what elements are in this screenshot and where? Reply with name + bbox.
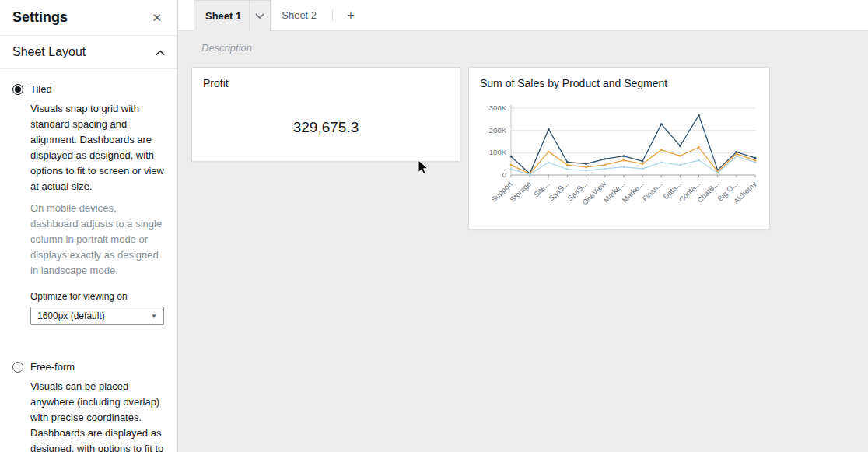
svg-text:200K: 200K: [489, 126, 507, 135]
chevron-down-icon: ▼: [151, 313, 157, 320]
freeform-radio[interactable]: Free-form: [12, 361, 165, 373]
tab-sheet-1-label: Sheet 1: [205, 10, 249, 22]
close-icon[interactable]: ✕: [149, 10, 165, 25]
main-area: Sheet 1 Sheet 2 + Description Profit 329…: [178, 0, 868, 452]
freeform-radio-label: Free-form: [30, 361, 75, 373]
dashboard-canvas: Description Profit 329,675.3 Sum of Sale…: [178, 31, 868, 452]
radio-unselected-icon: [12, 362, 23, 373]
profit-visual[interactable]: Profit 329,675.3: [191, 67, 460, 162]
svg-text:Storage: Storage: [508, 180, 532, 204]
chevron-up-icon: [156, 45, 165, 59]
chevron-down-icon[interactable]: [249, 1, 270, 31]
svg-text:SaaS...: SaaS...: [547, 180, 570, 203]
radio-selected-icon: [12, 84, 23, 95]
viewport-select-value: 1600px (default): [37, 310, 105, 321]
settings-panel-header: Settings ✕: [0, 0, 177, 36]
add-sheet-button[interactable]: +: [338, 0, 364, 30]
svg-text:300K: 300K: [489, 103, 507, 112]
optimize-label: Optimize for viewing on: [30, 291, 165, 302]
section-title: Sheet Layout: [12, 45, 86, 59]
tab-sheet-1[interactable]: Sheet 1: [194, 0, 271, 31]
sheet-tab-bar: Sheet 1 Sheet 2 +: [178, 0, 868, 31]
sales-line-chart: 0100K200K300KSupportStorageSite...SaaS..…: [477, 94, 761, 225]
tab-sheet-2[interactable]: Sheet 2: [271, 0, 327, 30]
svg-text:100K: 100K: [489, 148, 507, 156]
tiled-mobile-note: On mobile devices, dashboard adjusts to …: [30, 201, 166, 279]
sales-chart-visual[interactable]: Sum of Sales by Product and Segment 0100…: [468, 67, 770, 230]
svg-text:Finan...: Finan...: [640, 180, 663, 203]
tab-sheet-2-label: Sheet 2: [282, 9, 317, 21]
description-placeholder[interactable]: Description: [201, 42, 252, 54]
sales-chart-title: Sum of Sales by Product and Segment: [469, 68, 769, 93]
tiled-description: Visuals snap to grid with standard spaci…: [30, 101, 166, 194]
svg-text:0: 0: [502, 170, 506, 179]
optimize-group: Optimize for viewing on 1600px (default)…: [30, 291, 165, 325]
settings-panel: Settings ✕ Sheet Layout Tiled Visuals sn…: [0, 0, 178, 452]
panel-title: Settings: [12, 9, 68, 26]
tab-divider: [332, 9, 333, 21]
sheet-layout-section-header[interactable]: Sheet Layout: [0, 36, 177, 69]
profit-kpi-value: 329,675.3: [192, 119, 460, 136]
profit-visual-title: Profit: [192, 68, 460, 93]
tiled-radio[interactable]: Tiled: [12, 83, 165, 95]
sheet-layout-section-body: Tiled Visuals snap to grid with standard…: [0, 69, 177, 452]
viewport-select[interactable]: 1600px (default) ▼: [30, 307, 164, 325]
freeform-description: Visuals can be placed anywhere (includin…: [30, 379, 166, 452]
tiled-radio-label: Tiled: [30, 83, 52, 95]
